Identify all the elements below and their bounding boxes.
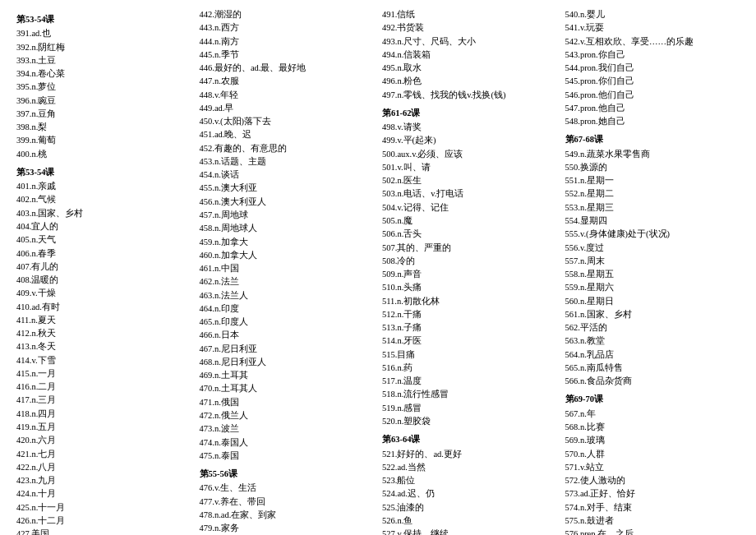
list-item: 508.冷的 xyxy=(382,255,557,268)
list-item: 459.n.加拿大 xyxy=(200,236,375,249)
list-item: 492.书货装 xyxy=(382,21,557,35)
list-item: 406.n.春季 xyxy=(16,247,191,261)
section-title-0-0: 第53-54课 xyxy=(16,13,191,26)
list-item: 554.显期四 xyxy=(565,214,740,228)
list-item: 466.n.日本 xyxy=(200,329,375,342)
column-0: 第53-54课391.ad.也392.n.阴红梅393.n.土豆394.n.卷心… xyxy=(12,8,196,535)
list-item: 398.n.梨 xyxy=(16,121,191,134)
list-item: 520.n.塑胶袋 xyxy=(382,415,557,428)
list-item: 454.n.谈话 xyxy=(200,168,375,182)
list-item: 457.n.周地球 xyxy=(200,209,375,222)
list-item: 563.n.教堂 xyxy=(565,334,740,348)
list-item: 401.n.亲戚 xyxy=(16,180,191,193)
list-item: 512.n.干痛 xyxy=(382,308,557,321)
column-2: 491.信纸492.书货装493.n.尺寸、尺码、大小494.n.信装箱495.… xyxy=(378,8,561,535)
list-item: 456.n.澳大利亚人 xyxy=(200,196,375,209)
list-item: 524.ad.迟、仍 xyxy=(382,487,557,500)
list-item: 567.n.年 xyxy=(565,408,740,421)
list-item: 470.n.土耳其人 xyxy=(200,382,375,395)
list-item: 468.n.尼日利亚人 xyxy=(200,356,375,369)
list-item: 424.n.十月 xyxy=(16,487,191,500)
list-item: 506.n.舌头 xyxy=(382,228,557,241)
list-item: 452.有趣的、有意思的 xyxy=(200,142,375,155)
list-item: 526.n.鱼 xyxy=(382,514,557,528)
section-title-1-1: 第55-56课 xyxy=(200,468,375,481)
list-item: 542.v.互相欢欣、享受……的乐趣 xyxy=(565,35,740,48)
list-item: 523.船位 xyxy=(382,474,557,487)
list-item: 550.换源的 xyxy=(565,161,740,174)
list-item: 499.v.平(起来) xyxy=(382,134,557,147)
list-item: 414.v.下雪 xyxy=(16,354,191,367)
list-item: 423.n.九月 xyxy=(16,474,191,487)
list-item: 407.有儿的 xyxy=(16,261,191,274)
section-title-2-1: 第61-62课 xyxy=(382,107,557,120)
list-item: 426.n.十二月 xyxy=(16,514,191,528)
list-item: 505.n.魔 xyxy=(382,214,557,228)
list-item: 544.pron.我们自己 xyxy=(565,62,740,75)
list-item: 462.n.法兰 xyxy=(200,275,375,288)
list-item: 475.n.泰国 xyxy=(200,450,375,463)
list-item: 510.n.头痛 xyxy=(382,281,557,294)
list-item: 443.n.西方 xyxy=(200,21,375,35)
list-item: 521.好好的、ad.更好 xyxy=(382,448,557,461)
list-item: 497.n.零钱、找我的钱v.找换(钱) xyxy=(382,89,557,102)
list-item: 402.n.气候 xyxy=(16,193,191,206)
section-title-0-1: 第53-54课 xyxy=(16,166,191,179)
list-item: 518.n.流行性感冒 xyxy=(382,388,557,401)
list-item: 540.n.婴儿 xyxy=(565,8,740,21)
list-item: 395.n.萝位 xyxy=(16,81,191,94)
list-item: 404.宜人的 xyxy=(16,220,191,233)
list-item: 419.n.五月 xyxy=(16,421,191,434)
list-item: 566.n.食品杂货商 xyxy=(565,375,740,388)
list-item: 507.其的、严重的 xyxy=(382,242,557,255)
section-title-3-1: 第67-68课 xyxy=(565,133,740,146)
list-item: 498.v.请奖 xyxy=(382,121,557,134)
list-item: 447.n.农服 xyxy=(200,75,375,88)
list-item: 525.油漆的 xyxy=(382,501,557,514)
list-item: 465.n.印度人 xyxy=(200,316,375,329)
list-item: 576.prep.在…之后 xyxy=(565,528,740,535)
list-item: 464.n.印度 xyxy=(200,302,375,316)
list-item: 560.n.星期日 xyxy=(565,295,740,308)
list-item: 495.n.取水 xyxy=(382,62,557,75)
list-item: 564.n.乳品店 xyxy=(565,348,740,362)
list-item: 455.n.澳大利亚 xyxy=(200,182,375,195)
list-item: 569.n.玻璃 xyxy=(565,434,740,447)
list-item: 396.n.豌豆 xyxy=(16,95,191,108)
list-item: 527.v.保持、继续 xyxy=(382,528,557,535)
list-item: 413.n.冬天 xyxy=(16,340,191,353)
list-item: 574.n.对手、结束 xyxy=(565,501,740,514)
list-item: 415.n.一月 xyxy=(16,367,191,380)
page-container: 第53-54课391.ad.也392.n.阴红梅393.n.土豆394.n.卷心… xyxy=(12,8,744,535)
list-item: 400.n.桃 xyxy=(16,148,191,161)
list-item: 448.v.年轻 xyxy=(200,89,375,102)
list-item: 541.v.玩耍 xyxy=(565,21,740,35)
list-item: 479.n.家务 xyxy=(200,522,375,535)
column-3: 540.n.婴儿541.v.玩耍542.v.互相欢欣、享受……的乐趣543.pr… xyxy=(561,8,744,535)
list-item: 469.n.土耳其 xyxy=(200,369,375,382)
list-item: 513.n.子痛 xyxy=(382,321,557,334)
list-item: 449.ad.早 xyxy=(200,102,375,115)
list-item: 553.n.星期三 xyxy=(565,201,740,214)
list-item: 504.v.记得、记住 xyxy=(382,201,557,214)
list-item: 458.n.周地球人 xyxy=(200,222,375,235)
list-item: 573.ad.正好、恰好 xyxy=(565,487,740,500)
list-item: 403.n.国家、乡村 xyxy=(16,207,191,220)
list-item: 445.n.季节 xyxy=(200,48,375,62)
list-item: 461.n.中国 xyxy=(200,262,375,275)
list-item: 555.v.(身体健康)处于(状况) xyxy=(565,228,740,241)
list-item: 410.ad.有时 xyxy=(16,301,191,314)
list-item: 478.n.ad.在家、到家 xyxy=(200,509,375,522)
list-item: 556.v.度过 xyxy=(565,242,740,255)
list-item: 545.pron.你们自己 xyxy=(565,75,740,88)
list-item: 517.n.温度 xyxy=(382,375,557,388)
list-item: 417.n.三月 xyxy=(16,394,191,407)
list-item: 502.n.医生 xyxy=(382,174,557,187)
list-item: 519.n.感冒 xyxy=(382,402,557,415)
list-item: 514.n.牙医 xyxy=(382,334,557,348)
list-item: 522.ad.当然 xyxy=(382,461,557,474)
list-item: 474.n.泰国人 xyxy=(200,436,375,450)
list-item: 408.温暖的 xyxy=(16,274,191,287)
list-item: 394.n.卷心菜 xyxy=(16,67,191,81)
section-title-2-2: 第63-64课 xyxy=(382,433,557,446)
